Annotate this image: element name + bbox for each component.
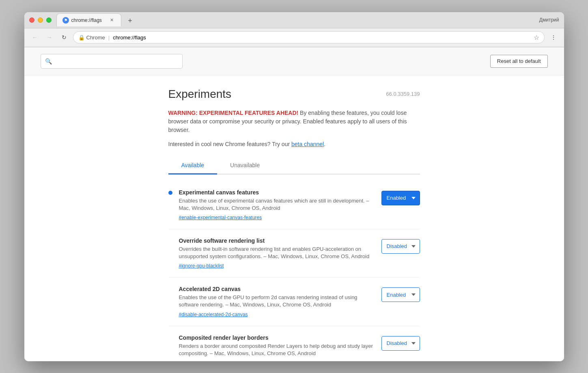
address-domain: Chrome: [86, 34, 105, 41]
flag-info: Composited render layer borders Renders …: [179, 334, 375, 359]
flag-name: Override software rendering list: [179, 237, 375, 244]
beta-channel-link[interactable]: beta channel: [291, 141, 324, 147]
flag-item: Override software rendering list Overrid…: [168, 229, 420, 278]
secure-icon: 🔒: [78, 34, 85, 41]
version-text: 66.0.3359.139: [386, 91, 420, 97]
toolbar: ← → ↻ 🔒 Chrome | chrome://flags ☆ ⋮: [24, 28, 564, 47]
tab-available[interactable]: Available: [168, 157, 218, 175]
search-input-wrap[interactable]: 🔍: [41, 54, 183, 69]
warning-box: WARNING: EXPERIMENTAL FEATURES AHEAD! By…: [168, 109, 420, 134]
forward-button[interactable]: →: [44, 32, 55, 43]
warning-text: WARNING: EXPERIMENTAL FEATURES AHEAD! By…: [168, 109, 420, 134]
address-bar[interactable]: 🔒 Chrome | chrome://flags ☆: [73, 31, 545, 43]
flag-info: Experimental canvas features Enables the…: [179, 189, 375, 221]
flag-control: Disabled Enabled Default: [381, 239, 420, 254]
tab-close-button[interactable]: ✕: [109, 17, 115, 24]
flag-description: Renders a border around composited Rende…: [179, 343, 375, 357]
flag-description: Enables the use of the GPU to perform 2d…: [179, 294, 375, 308]
reload-button[interactable]: ↻: [58, 32, 70, 43]
main-area: Experiments 66.0.3359.139 WARNING: EXPER…: [24, 75, 564, 361]
page-title: Experiments: [168, 88, 232, 101]
back-button[interactable]: ←: [29, 32, 41, 43]
browser-tab[interactable]: ⚑ chrome://flags ✕: [56, 13, 121, 26]
beta-text: Interested in cool new Chrome features? …: [168, 141, 420, 147]
tab-unavailable[interactable]: Unavailable: [217, 157, 273, 175]
flag-anchor-link[interactable]: #enable-experimental-canvas-features: [179, 215, 262, 220]
flag-name: Experimental canvas features: [179, 189, 375, 196]
maximize-button[interactable]: [46, 17, 52, 23]
address-path: chrome://flags: [113, 34, 146, 41]
tabs-nav: Available Unavailable: [168, 157, 420, 175]
flag-item: Composited render layer borders Renders …: [168, 326, 420, 361]
search-icon: 🔍: [45, 58, 52, 65]
flag-item: Experimental canvas features Enables the…: [168, 181, 420, 229]
experiments-header: Experiments 66.0.3359.139: [168, 88, 420, 101]
user-name: Дмитрий: [539, 17, 559, 23]
flag-name: Composited render layer borders: [179, 334, 375, 341]
tab-area: ⚑ chrome://flags ✕ +: [56, 13, 539, 26]
flag-info: Override software rendering list Overrid…: [179, 237, 375, 269]
beta-suffix: .: [324, 141, 325, 147]
flag-anchor-link[interactable]: #ignore-gpu-blacklist: [179, 263, 224, 269]
flag-description: Overrides the built-in software renderin…: [179, 246, 375, 260]
flag-control: Enabled Disabled Default: [381, 287, 420, 302]
address-divider: |: [108, 34, 110, 41]
reset-all-button[interactable]: Reset all to default: [490, 55, 548, 68]
search-bar-area: 🔍 Reset all to default: [24, 47, 564, 75]
flag-control: Enabled Disabled Default: [381, 191, 420, 205]
minimize-button[interactable]: [38, 17, 43, 23]
flags-list: Experimental canvas features Enables the…: [168, 181, 420, 361]
menu-button[interactable]: ⋮: [548, 32, 559, 43]
flag-control: Disabled Enabled Default: [381, 336, 420, 351]
page-content: 🔍 Reset all to default Experiments 66.0.…: [24, 47, 564, 361]
flag-name: Accelerated 2D canvas: [179, 286, 375, 292]
close-button[interactable]: [29, 17, 34, 23]
flag-select-enabled[interactable]: Enabled Disabled Default: [381, 191, 420, 205]
beta-prefix: Interested in cool new Chrome features? …: [168, 141, 291, 147]
flag-select-enabled-2[interactable]: Enabled Disabled Default: [381, 287, 420, 302]
browser-window: ⚑ chrome://flags ✕ + Дмитрий ← → ↻ 🔒 Chr…: [24, 12, 564, 361]
flag-active-dot: [168, 191, 172, 195]
flag-info: Accelerated 2D canvas Enables the use of…: [179, 286, 375, 317]
search-input[interactable]: [55, 58, 178, 64]
tab-favicon-icon: ⚑: [62, 17, 69, 24]
new-tab-button[interactable]: +: [125, 15, 136, 26]
title-bar: ⚑ chrome://flags ✕ + Дмитрий: [24, 12, 564, 28]
flag-description: Enables the use of experimental canvas f…: [179, 197, 375, 212]
flag-anchor-link[interactable]: #disable-accelerated-2d-canvas: [179, 312, 248, 317]
flag-select-disabled[interactable]: Disabled Enabled Default: [381, 239, 420, 254]
warning-highlight: WARNING: EXPERIMENTAL FEATURES AHEAD!: [168, 110, 299, 116]
tab-label: chrome://flags: [71, 17, 102, 23]
traffic-lights: [29, 17, 52, 23]
flag-select-disabled-2[interactable]: Disabled Enabled Default: [381, 336, 420, 351]
secure-indicator: 🔒 Chrome: [78, 34, 105, 41]
flag-item: Accelerated 2D canvas Enables the use of…: [168, 278, 420, 326]
bookmark-icon[interactable]: ☆: [534, 34, 539, 41]
